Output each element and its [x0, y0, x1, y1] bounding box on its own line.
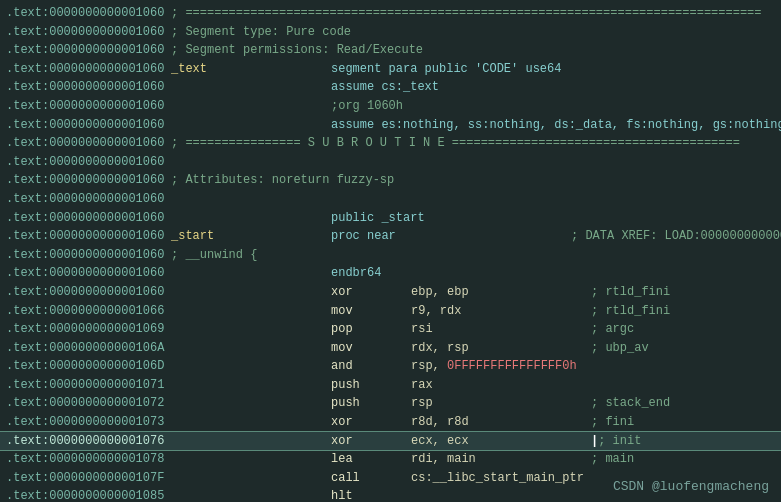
- addr: .text:0000000000001060: [6, 78, 171, 97]
- operand: rsp: [411, 394, 591, 413]
- mnemonic: xor: [331, 283, 411, 302]
- comment: ; rtld_fini: [591, 283, 670, 302]
- addr: .text:0000000000001085: [6, 487, 171, 502]
- table-row: .text:0000000000001060; Segment type: Pu…: [0, 23, 781, 42]
- addr: .text:0000000000001071: [6, 376, 171, 395]
- table-row: .text:0000000000001060xorebp, ebp; rtld_…: [0, 283, 781, 302]
- table-row: .text:000000000000106Dandrsp, 0FFFFFFFFF…: [0, 357, 781, 376]
- addr: .text:0000000000001060: [6, 23, 171, 42]
- addr: .text:000000000000107F: [6, 469, 171, 488]
- comment: ; Segment type: Pure code: [171, 23, 351, 42]
- mnemonic: xor: [331, 413, 411, 432]
- comment: ; DATA XREF: LOAD:0000000000000018↑o: [571, 227, 781, 246]
- addr: .text:0000000000001060: [6, 153, 171, 172]
- comment: ; ubp_av: [591, 339, 649, 358]
- comment: ; __unwind {: [171, 246, 257, 265]
- table-row: .text:0000000000001060public _start: [0, 209, 781, 228]
- table-row: .text:0000000000001072pushrsp; stack_end: [0, 394, 781, 413]
- comment: ; fini: [591, 413, 634, 432]
- addr: .text:0000000000001060: [6, 4, 171, 23]
- addr: .text:0000000000001060: [6, 41, 171, 60]
- mnemonic: call: [331, 469, 411, 488]
- mnemonic: proc near: [331, 227, 411, 246]
- pipe: |: [591, 432, 598, 451]
- comment: ; argc: [591, 320, 634, 339]
- addr: .text:0000000000001060: [6, 209, 171, 228]
- comment: ;org 1060h: [331, 97, 403, 116]
- operand: rdi, main: [411, 450, 591, 469]
- addr: .text:0000000000001073: [6, 413, 171, 432]
- addr: .text:0000000000001060: [6, 171, 171, 190]
- mnemonic: mov: [331, 302, 411, 321]
- mnemonic: xor: [331, 432, 411, 451]
- table-row: .text:0000000000001060;org 1060h: [0, 97, 781, 116]
- operand: ecx, ecx: [411, 432, 591, 451]
- table-row: .text:0000000000001060; Attributes: nore…: [0, 171, 781, 190]
- table-row: .text:0000000000001060; ================…: [0, 4, 781, 23]
- operand: rax: [411, 376, 591, 395]
- addr: .text:000000000000106D: [6, 357, 171, 376]
- comment: ; Segment permissions: Read/Execute: [171, 41, 423, 60]
- comment: ; main: [591, 450, 634, 469]
- hex-value: 0FFFFFFFFFFFFFFF0h: [447, 359, 577, 373]
- mnemonic: push: [331, 376, 411, 395]
- addr: .text:0000000000001076: [6, 432, 171, 451]
- addr: .text:0000000000001060: [6, 283, 171, 302]
- addr: .text:0000000000001060: [6, 227, 171, 246]
- addr: .text:0000000000001066: [6, 302, 171, 321]
- addr: .text:0000000000001060: [6, 97, 171, 116]
- table-row: .text:0000000000001060assume cs:_text: [0, 78, 781, 97]
- comment: ; rtld_fini: [591, 302, 670, 321]
- addr: .text:0000000000001060: [6, 60, 171, 79]
- addr: .text:0000000000001060: [6, 134, 171, 153]
- mnemonic: lea: [331, 450, 411, 469]
- operand: rsi: [411, 320, 591, 339]
- table-row: .text:0000000000001060; ================…: [0, 134, 781, 153]
- addr: .text:0000000000001060: [6, 264, 171, 283]
- comment: ; Attributes: noreturn fuzzy-sp: [171, 171, 394, 190]
- table-row: .text:000000000000106Amovrdx, rsp; ubp_a…: [0, 339, 781, 358]
- table-row: .text:0000000000001071pushrax: [0, 376, 781, 395]
- addr: .text:0000000000001069: [6, 320, 171, 339]
- comment: ; ======================================…: [171, 4, 762, 23]
- operand: rdx, rsp: [411, 339, 591, 358]
- directive: assume es:nothing, ss:nothing, ds:_data,…: [331, 116, 781, 135]
- comment: ; ================ S U B R O U T I N E =…: [171, 134, 740, 153]
- operand: r9, rdx: [411, 302, 591, 321]
- operand: cs:__libc_start_main_ptr: [411, 469, 591, 488]
- table-row: .text:0000000000001078leardi, main; main: [0, 450, 781, 469]
- directive: segment para public 'CODE' use64: [331, 60, 561, 79]
- mnemonic: hlt: [331, 487, 411, 502]
- comment: ; init: [598, 432, 641, 451]
- label: _start: [171, 227, 331, 246]
- table-row: .text:0000000000001060endbr64: [0, 264, 781, 283]
- mnemonic: and: [331, 357, 411, 376]
- addr: .text:0000000000001060: [6, 116, 171, 135]
- addr: .text:0000000000001060: [6, 190, 171, 209]
- mnemonic: pop: [331, 320, 411, 339]
- table-row: .text:0000000000001069poprsi; argc: [0, 320, 781, 339]
- directive: assume cs:_text: [331, 78, 439, 97]
- table-row: .text:0000000000001066movr9, rdx; rtld_f…: [0, 302, 781, 321]
- mnemonic: push: [331, 394, 411, 413]
- addr: .text:000000000000106A: [6, 339, 171, 358]
- mnemonic: endbr64: [331, 264, 411, 283]
- addr: .text:0000000000001060: [6, 246, 171, 265]
- label: _text: [171, 60, 331, 79]
- table-row: .text:0000000000001060; __unwind {: [0, 246, 781, 265]
- operand: r8d, r8d: [411, 413, 591, 432]
- table-row: .text:0000000000001060assume es:nothing,…: [0, 116, 781, 135]
- operand: ebp, ebp: [411, 283, 591, 302]
- table-row: .text:0000000000001060; Segment permissi…: [0, 41, 781, 60]
- table-row: .text:0000000000001076xorecx, ecx | ; in…: [0, 432, 781, 451]
- watermark: CSDN @luofengmacheng: [613, 479, 769, 494]
- mnemonic: mov: [331, 339, 411, 358]
- directive: public _start: [331, 209, 425, 228]
- table-row: .text:0000000000001060: [0, 153, 781, 172]
- addr: .text:0000000000001072: [6, 394, 171, 413]
- table-row: .text:0000000000001060: [0, 190, 781, 209]
- table-row: .text:0000000000001060_textsegment para …: [0, 60, 781, 79]
- comment: ; stack_end: [591, 394, 670, 413]
- code-lines: .text:0000000000001060; ================…: [0, 4, 781, 502]
- table-row: .text:0000000000001060_startproc near; D…: [0, 227, 781, 246]
